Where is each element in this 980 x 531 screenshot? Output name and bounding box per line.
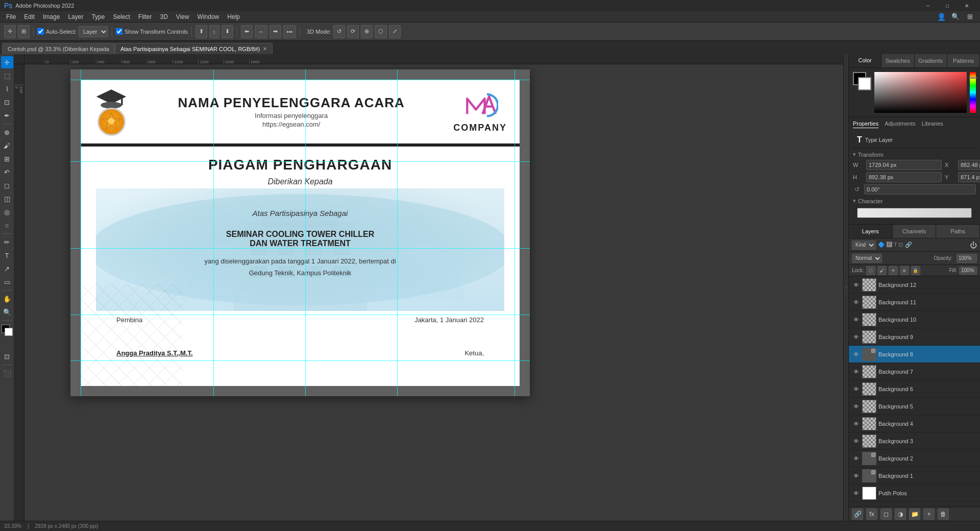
layer-visibility-8[interactable]: 👁 (852, 350, 860, 358)
tab-swatches[interactable]: Swatches (881, 54, 914, 67)
layers-tab-channels[interactable]: Channels (893, 225, 937, 238)
arrange-buttons[interactable]: ⊞ (18, 25, 30, 38)
background-color[interactable] (5, 328, 13, 336)
3d-roll-btn[interactable]: ⟳ (347, 25, 359, 38)
layer-visibility-1[interactable]: 👁 (852, 472, 860, 480)
layer-item-background-7[interactable]: 👁 Background 7 (849, 363, 980, 380)
opacity-input[interactable] (957, 254, 977, 263)
menu-edit[interactable]: Edit (20, 12, 39, 21)
lock-image-btn[interactable]: 🖌 (877, 266, 887, 275)
layer-visibility-10[interactable]: 👁 (852, 316, 860, 324)
x-input[interactable] (958, 160, 980, 170)
tab-contoh-psd[interactable]: Contoh.psd @ 33.3% (Diberikan Kepada (2, 43, 115, 54)
fill-input[interactable] (959, 267, 977, 275)
layer-adjustment-btn[interactable]: ◑ (895, 509, 906, 520)
auto-select-type[interactable]: Layer (79, 26, 108, 37)
filter-kind-select[interactable]: Kind (852, 240, 876, 250)
layer-new-btn[interactable]: + (923, 509, 935, 520)
eraser-tool[interactable]: ◻ (1, 179, 13, 191)
3d-slide-btn[interactable]: ⬡ (375, 25, 387, 38)
layer-visibility-putih[interactable]: 👁 (852, 489, 860, 497)
layer-item-background-3[interactable]: 👁 Background 3 (849, 432, 980, 450)
menu-file[interactable]: File (2, 12, 20, 21)
props-tab-libraries[interactable]: Libraries (922, 120, 943, 128)
align-middle-btn[interactable]: ↕ (209, 25, 219, 38)
tab-patterns[interactable]: Patterns (947, 54, 980, 67)
layer-delete-btn[interactable]: 🗑 (938, 509, 949, 520)
layer-item-background-12[interactable]: 👁 Background 12 (849, 276, 980, 294)
blur-tool[interactable]: ◎ (1, 206, 13, 218)
layer-item-background-10[interactable]: 👁 Background 10 (849, 311, 980, 328)
layer-item-background-11[interactable]: 👁 Background 11 (849, 294, 980, 311)
lock-position-btn[interactable]: ✛ (889, 266, 898, 275)
menu-window[interactable]: Window (193, 12, 224, 21)
layer-mask-btn[interactable]: ◻ (880, 509, 892, 520)
tab-color[interactable]: Color (849, 54, 881, 67)
layer-item-background-1[interactable]: 👁 Background 1 (849, 467, 980, 485)
3d-rotate-btn[interactable]: ↺ (333, 25, 345, 38)
blend-mode-select[interactable]: Normal (852, 254, 882, 263)
user-icon[interactable]: 👤 (935, 11, 947, 23)
move-tool-btn[interactable]: ✛ (4, 25, 16, 38)
zoom-tool[interactable]: 🔍 (1, 306, 13, 318)
layer-visibility-5[interactable]: 👁 (852, 402, 860, 411)
move-tool[interactable]: ✛ (1, 56, 13, 68)
3d-pan-btn[interactable]: ⊕ (361, 25, 373, 38)
layer-visibility-11[interactable]: 👁 (852, 298, 860, 306)
props-tab-adjustments[interactable]: Adjustments (885, 120, 916, 128)
color-hue-strip[interactable] (970, 72, 976, 113)
panel-collapse-btn[interactable]: ‹ (843, 54, 848, 521)
dodge-tool[interactable]: ○ (1, 219, 13, 231)
menu-filter[interactable]: Filter (134, 12, 156, 21)
layer-link-btn[interactable]: 🔗 (852, 509, 863, 520)
layer-visibility-6[interactable]: 👁 (852, 385, 860, 393)
menu-select[interactable]: Select (109, 12, 134, 21)
quick-mask-btn[interactable]: ⊡ (1, 350, 13, 363)
layer-item-background-5[interactable]: 👁 Background 5 (849, 398, 980, 415)
layer-visibility-3[interactable]: 👁 (852, 437, 860, 445)
search-icon[interactable]: 🔍 (949, 11, 962, 23)
character-color-swatch[interactable] (857, 208, 972, 218)
tab-gradients[interactable]: Gradients (915, 54, 947, 67)
tab-seminar-cool[interactable]: Atas Partisipasinya Sebagai SEMINAR COOL… (115, 43, 273, 54)
align-left-edges-btn[interactable]: ⬅ (241, 25, 253, 38)
screen-mode-btn[interactable]: ⬛ (1, 367, 13, 379)
layer-visibility-9[interactable]: 👁 (852, 333, 860, 341)
background-swatch[interactable] (858, 77, 871, 90)
3d-scale-btn[interactable]: ⤢ (389, 25, 401, 38)
lock-transparent-btn[interactable]: ⬡ (866, 266, 875, 275)
crop-tool[interactable]: ⊡ (1, 96, 13, 108)
align-right-edges-btn[interactable]: ➡ (270, 25, 281, 38)
align-bottom-btn[interactable]: ⬇ (222, 25, 233, 38)
auto-select-input[interactable] (37, 28, 44, 35)
layer-item-background-6[interactable]: 👁 Background 6 (849, 380, 980, 398)
menu-view[interactable]: View (172, 12, 193, 21)
props-tab-properties[interactable]: Properties (853, 120, 878, 128)
menu-help[interactable]: Help (223, 12, 244, 21)
menu-layer[interactable]: Layer (64, 12, 87, 21)
layer-item-putih-polos[interactable]: 👁 Putih Polos (849, 485, 980, 502)
layer-visibility-7[interactable]: 👁 (852, 368, 860, 376)
eyedropper-tool[interactable]: ✒ (1, 109, 13, 122)
layers-toggle-btn[interactable]: ⏻ (970, 241, 977, 249)
layer-visibility-2[interactable]: 👁 (852, 454, 860, 463)
lock-artboard-btn[interactable]: ⊕ (900, 266, 909, 275)
tab-close-button[interactable]: ✕ (263, 46, 267, 52)
layers-tab-layers[interactable]: Layers (849, 225, 893, 238)
layer-item-background-8[interactable]: 👁 Background 8 (849, 346, 980, 363)
layers-tab-paths[interactable]: Paths (936, 225, 980, 238)
layer-fx-btn[interactable]: fx (866, 509, 877, 520)
layer-visibility-12[interactable]: 👁 (852, 281, 860, 289)
transform-controls-checkbox[interactable]: Show Transform Controls (116, 28, 188, 35)
color-spectrum[interactable] (874, 72, 967, 113)
lock-all-btn[interactable]: 🔒 (911, 266, 920, 275)
clone-tool[interactable]: ⊞ (1, 153, 13, 165)
align-top-btn[interactable]: ⬆ (195, 25, 207, 38)
more-options-btn[interactable]: ••• (283, 25, 297, 38)
text-tool[interactable]: T (1, 249, 13, 261)
layer-item-background-4[interactable]: 👁 Background 4 (849, 415, 980, 432)
path-selection-tool[interactable]: ↗ (1, 262, 13, 275)
layer-item-background-2[interactable]: 👁 Background 2 (849, 450, 980, 467)
height-input[interactable] (866, 172, 942, 182)
lasso-tool[interactable]: ⌇ (1, 83, 13, 95)
